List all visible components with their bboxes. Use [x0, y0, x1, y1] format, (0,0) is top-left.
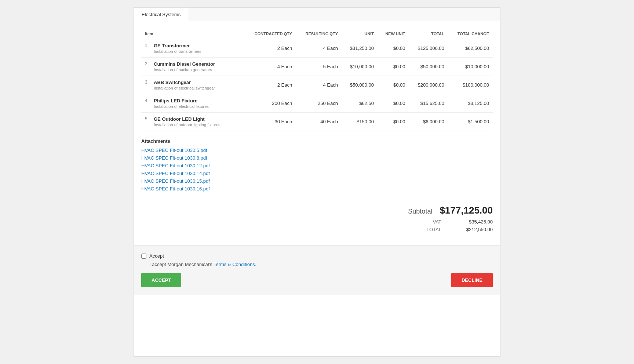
total-row: TOTAL $212,550.00 — [141, 227, 493, 232]
total-change: $1,500.00 — [448, 113, 493, 131]
unit-price: $50,000.00 — [342, 76, 378, 94]
new-unit-price: $0.00 — [378, 94, 409, 113]
item-cell: 3 ABB Switchgear Installation of electri… — [141, 76, 244, 94]
item-desc: Installation of backup generators — [154, 68, 215, 72]
item-desc: Installation of transformers — [154, 49, 201, 54]
accept-checkbox-row: Accept — [141, 253, 493, 259]
unit-price: $150.00 — [342, 113, 378, 131]
subtotal-row: Subtotal $177,125.00 — [141, 205, 493, 216]
attachment-link[interactable]: HVAC SPEC Fit-out 1030:16.pdf — [141, 186, 493, 192]
total: $125,000.00 — [409, 39, 448, 58]
attachments-list: HVAC SPEC Fit-out 1030:5.pdfHVAC SPEC Fi… — [141, 148, 493, 192]
table-row: 3 ABB Switchgear Installation of electri… — [141, 76, 493, 94]
terms-prefix: I accept Morgan Mechanical's — [149, 262, 214, 267]
col-item: Item — [141, 29, 244, 39]
total: $200,000.00 — [409, 76, 448, 94]
item-cell: 5 GE Outdoor LED Light Installation of o… — [141, 113, 244, 131]
items-table: Item CONTRACTED QTY RESULTING QTY UNIT N… — [141, 29, 493, 131]
table-section: Item CONTRACTED QTY RESULTING QTY UNIT N… — [134, 21, 500, 131]
total-value: $212,550.00 — [456, 227, 493, 232]
item-cell: 2 Cummins Diesel Generator Installation … — [141, 58, 244, 76]
unit-price: $31,250.00 — [342, 39, 378, 58]
contracted-qty: 4 Each — [244, 58, 296, 76]
resulting-qty: 5 Each — [296, 58, 342, 76]
item-desc: Installation of outdoor lighting fixture… — [154, 123, 221, 127]
item-name: GE Transformer — [154, 43, 201, 48]
vat-row: VAT $35,425.00 — [141, 219, 493, 225]
vat-label: VAT — [419, 219, 441, 225]
vat-value: $35,425.00 — [456, 219, 493, 225]
item-name: Philips LED Fixture — [154, 98, 209, 103]
accept-label: Accept — [149, 253, 164, 259]
attachment-link[interactable]: HVAC SPEC Fit-out 1030:15.pdf — [141, 178, 493, 184]
total-change: $100,000.00 — [448, 76, 493, 94]
contracted-qty: 2 Each — [244, 39, 296, 58]
new-unit-price: $0.00 — [378, 58, 409, 76]
col-resulting-qty: RESULTING QTY — [296, 29, 342, 39]
main-container: Electrical Systems Item CONTRACTED QTY R… — [134, 7, 500, 357]
accept-button[interactable]: ACCEPT — [141, 273, 181, 287]
resulting-qty: 40 Each — [296, 113, 342, 131]
table-row: 2 Cummins Diesel Generator Installation … — [141, 58, 493, 76]
resulting-qty: 4 Each — [296, 76, 342, 94]
button-row: ACCEPT DECLINE — [141, 273, 493, 287]
total: $6,000.00 — [409, 113, 448, 131]
total-change: $62,500.00 — [448, 39, 493, 58]
terms-text: I accept Morgan Mechanical's Terms & Con… — [149, 262, 493, 267]
item-desc: Installation of electrical fixtures — [154, 104, 209, 109]
item-name: ABB Switchgear — [154, 80, 215, 85]
contracted-qty: 30 Each — [244, 113, 296, 131]
col-contracted-qty: CONTRACTED QTY — [244, 29, 296, 39]
total-label: TOTAL — [419, 227, 441, 232]
new-unit-price: $0.00 — [378, 76, 409, 94]
new-unit-price: $0.00 — [378, 113, 409, 131]
attachment-link[interactable]: HVAC SPEC Fit-out 1030:14.pdf — [141, 171, 493, 176]
item-desc: Installation of electrical switchgear — [154, 86, 215, 90]
subtotal-value: $177,125.00 — [440, 205, 493, 216]
tab-bar: Electrical Systems — [134, 8, 500, 21]
resulting-qty: 250 Each — [296, 94, 342, 113]
accept-section: Accept I accept Morgan Mechanical's Term… — [134, 245, 500, 295]
tab-electrical-systems[interactable]: Electrical Systems — [134, 8, 188, 21]
table-row: 5 GE Outdoor LED Light Installation of o… — [141, 113, 493, 131]
subtotal-label: Subtotal — [408, 208, 432, 215]
unit-price: $10,000.00 — [342, 58, 378, 76]
col-unit: UNIT — [342, 29, 378, 39]
totals-section: Subtotal $177,125.00 VAT $35,425.00 TOTA… — [134, 201, 500, 242]
accept-checkbox[interactable] — [141, 254, 146, 259]
item-num: 3 — [145, 80, 152, 85]
total-change: $3,125.00 — [448, 94, 493, 113]
attachment-link[interactable]: HVAC SPEC Fit-out 1030:8.pdf — [141, 155, 493, 161]
decline-button[interactable]: DECLINE — [451, 273, 493, 287]
item-name: Cummins Diesel Generator — [154, 61, 215, 67]
item-num: 5 — [145, 116, 152, 121]
item-cell: 4 Philips LED Fixture Installation of el… — [141, 94, 244, 113]
col-total: TOTAL — [409, 29, 448, 39]
table-row: 4 Philips LED Fixture Installation of el… — [141, 94, 493, 113]
new-unit-price: $0.00 — [378, 39, 409, 58]
attachments-title: Attachments — [141, 138, 493, 144]
total-change: $10,000.00 — [448, 58, 493, 76]
col-total-change: TOTAL CHANGE — [448, 29, 493, 39]
total: $15,625.00 — [409, 94, 448, 113]
item-num: 4 — [145, 98, 152, 103]
item-num: 1 — [145, 43, 152, 48]
table-row: 1 GE Transformer Installation of transfo… — [141, 39, 493, 58]
col-new-unit: NEW UNIT — [378, 29, 409, 39]
attachment-link[interactable]: HVAC SPEC Fit-out 1030:5.pdf — [141, 148, 493, 153]
contracted-qty: 200 Each — [244, 94, 296, 113]
item-name: GE Outdoor LED Light — [154, 116, 221, 122]
attachment-link[interactable]: HVAC SPEC Fit-out 1030:12.pdf — [141, 163, 493, 168]
terms-link[interactable]: Terms & Conditions. — [214, 262, 256, 267]
item-cell: 1 GE Transformer Installation of transfo… — [141, 39, 244, 58]
resulting-qty: 4 Each — [296, 39, 342, 58]
contracted-qty: 2 Each — [244, 76, 296, 94]
unit-price: $62.50 — [342, 94, 378, 113]
total: $50,000.00 — [409, 58, 448, 76]
item-num: 2 — [145, 61, 152, 66]
attachments-section: Attachments HVAC SPEC Fit-out 1030:5.pdf… — [134, 131, 500, 201]
